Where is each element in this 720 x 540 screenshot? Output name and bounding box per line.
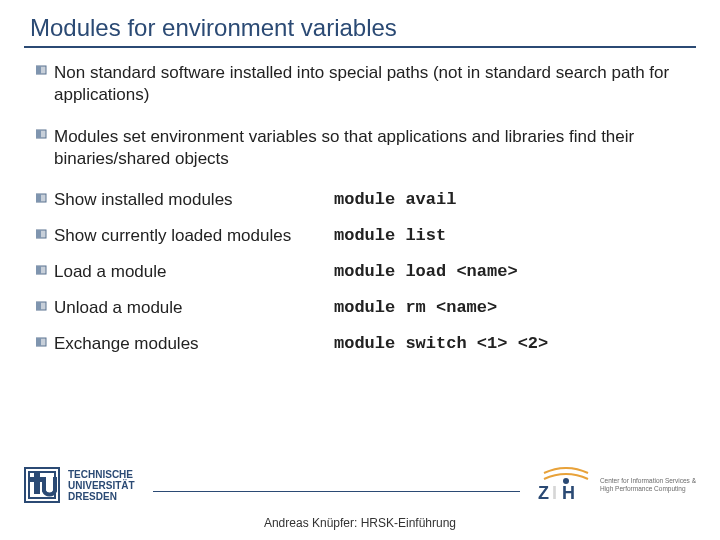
svg-rect-1 bbox=[36, 66, 41, 74]
zih-line2: High Performance Computing bbox=[600, 485, 696, 493]
slide-content: Non standard software installed into spe… bbox=[24, 62, 696, 354]
command-code: module list bbox=[334, 226, 696, 245]
command-table: Show installed modules module avail Show… bbox=[36, 190, 696, 354]
command-row: Exchange modules module switch <1> <2> bbox=[36, 334, 696, 354]
tu-line2: UNIVERSITÄT bbox=[68, 480, 135, 491]
svg-text:I: I bbox=[552, 483, 557, 503]
svg-rect-16 bbox=[34, 472, 40, 494]
svg-rect-5 bbox=[36, 194, 41, 202]
bullet-icon bbox=[36, 126, 54, 170]
tu-dresden-logo: TECHNISCHE UNIVERSITÄT DRESDEN bbox=[24, 467, 135, 503]
svg-rect-7 bbox=[36, 230, 41, 238]
command-label: Load a module bbox=[54, 262, 334, 282]
command-code: module load <name> bbox=[334, 262, 696, 281]
zih-line1: Center for Information Services & bbox=[600, 477, 696, 485]
command-row: Load a module module load <name> bbox=[36, 262, 696, 282]
bullet-icon bbox=[36, 190, 54, 204]
bullet-icon bbox=[36, 262, 54, 276]
command-label: Unload a module bbox=[54, 298, 334, 318]
bullet-text: Modules set environment variables so tha… bbox=[54, 126, 696, 170]
tu-line1: TECHNISCHE bbox=[68, 469, 135, 480]
tu-logo-text: TECHNISCHE UNIVERSITÄT DRESDEN bbox=[68, 469, 135, 502]
bullet-text: Non standard software installed into spe… bbox=[54, 62, 696, 106]
command-label: Exchange modules bbox=[54, 334, 334, 354]
footer-caption: Andreas Knüpfer: HRSK-Einführung bbox=[24, 516, 696, 530]
zih-logo-text: Center for Information Services & High P… bbox=[600, 477, 696, 493]
svg-rect-3 bbox=[36, 130, 41, 138]
command-code: module switch <1> <2> bbox=[334, 334, 696, 353]
bullet-icon bbox=[36, 298, 54, 312]
svg-text:Z: Z bbox=[538, 483, 549, 503]
slide-footer: TECHNISCHE UNIVERSITÄT DRESDEN Z I H Cen… bbox=[0, 460, 720, 540]
bullet-item: Modules set environment variables so tha… bbox=[36, 126, 696, 170]
zih-logo: Z I H Center for Information Services & … bbox=[538, 467, 696, 503]
svg-text:H: H bbox=[562, 483, 575, 503]
bullet-icon bbox=[36, 62, 54, 106]
slide: Modules for environment variables Non st… bbox=[0, 0, 720, 540]
command-row: Unload a module module rm <name> bbox=[36, 298, 696, 318]
tu-logo-icon bbox=[24, 467, 60, 503]
command-row: Show installed modules module avail bbox=[36, 190, 696, 210]
bullet-icon bbox=[36, 334, 54, 348]
tu-line3: DRESDEN bbox=[68, 491, 135, 502]
slide-title: Modules for environment variables bbox=[24, 14, 696, 42]
svg-rect-13 bbox=[36, 338, 41, 346]
command-label: Show currently loaded modules bbox=[54, 226, 334, 246]
command-row: Show currently loaded modules module lis… bbox=[36, 226, 696, 246]
bullet-item: Non standard software installed into spe… bbox=[36, 62, 696, 106]
footer-logo-row: TECHNISCHE UNIVERSITÄT DRESDEN Z I H Cen… bbox=[24, 460, 696, 510]
title-underline bbox=[24, 46, 696, 48]
zih-logo-icon: Z I H bbox=[538, 467, 594, 503]
command-label: Show installed modules bbox=[54, 190, 334, 210]
svg-rect-11 bbox=[36, 302, 41, 310]
footer-divider bbox=[153, 491, 520, 492]
bullet-icon bbox=[36, 226, 54, 240]
command-code: module avail bbox=[334, 190, 696, 209]
svg-rect-9 bbox=[36, 266, 41, 274]
command-code: module rm <name> bbox=[334, 298, 696, 317]
